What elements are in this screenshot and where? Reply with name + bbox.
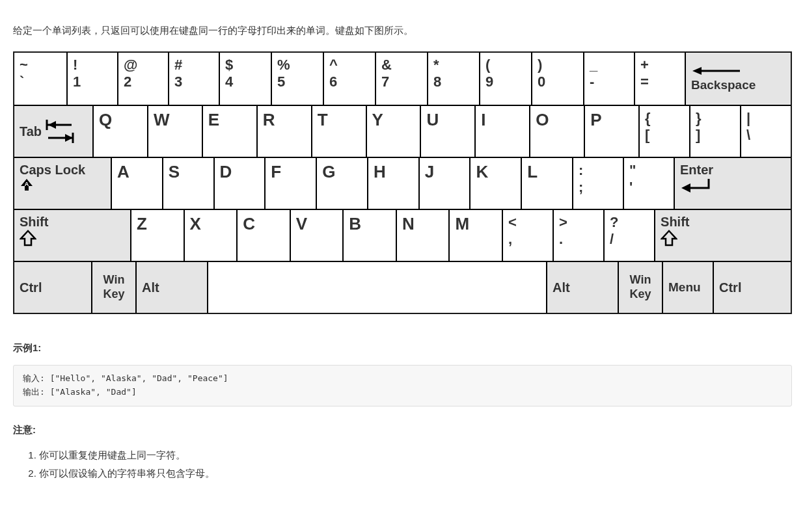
key-K: K bbox=[470, 157, 521, 209]
key--: _- bbox=[584, 52, 634, 105]
key-8: *8 bbox=[428, 52, 480, 105]
svg-text:A: A bbox=[25, 181, 29, 187]
svg-marker-11 bbox=[21, 231, 35, 245]
key-7: &7 bbox=[375, 52, 428, 105]
key-punct: >. bbox=[553, 209, 604, 261]
svg-marker-10 bbox=[681, 183, 690, 193]
key-=: += bbox=[634, 52, 685, 105]
key-bracket: }] bbox=[690, 105, 741, 157]
key-H: H bbox=[368, 157, 419, 209]
keyboard-row-1: ~`!1@2#3$4%5^6&7*8(9)0_-+=Backspace bbox=[14, 52, 791, 105]
key-bracket: |\ bbox=[741, 105, 791, 157]
key-B: B bbox=[343, 209, 396, 261]
key-V: V bbox=[290, 209, 344, 261]
menu-key: Menu bbox=[662, 261, 713, 313]
enter-key: Enter bbox=[674, 157, 791, 209]
key-punct: <, bbox=[502, 209, 553, 261]
tab-key: Tab bbox=[14, 105, 93, 157]
key-S: S bbox=[163, 157, 214, 209]
keyboard-row-4: ShiftZXCVBNM<,>.?/Shift bbox=[14, 209, 791, 261]
shift-right-key: Shift bbox=[655, 209, 791, 261]
key-J: J bbox=[419, 157, 471, 209]
key-5: %5 bbox=[271, 52, 323, 105]
caps-lock-key: Caps LockA bbox=[14, 157, 111, 209]
example-heading: 示例1: bbox=[13, 340, 792, 356]
key-6: ^6 bbox=[323, 52, 375, 105]
key-C: C bbox=[237, 209, 290, 261]
key-W: W bbox=[148, 105, 202, 157]
example-output-label: 输出: bbox=[23, 387, 50, 397]
key-Q: Q bbox=[93, 105, 148, 157]
key-T: T bbox=[312, 105, 366, 157]
key-P: P bbox=[584, 105, 639, 157]
svg-marker-1 bbox=[692, 67, 702, 75]
ctrl-right-key: Ctrl bbox=[713, 261, 791, 313]
key-O: O bbox=[530, 105, 584, 157]
key-G: G bbox=[316, 157, 368, 209]
svg-marker-12 bbox=[662, 231, 676, 245]
key-R: R bbox=[257, 105, 312, 157]
key-Z: Z bbox=[131, 209, 184, 261]
keyboard-image: ~`!1@2#3$4%5^6&7*8(9)0_-+=Backspace TabQ… bbox=[13, 51, 792, 314]
key-0: )0 bbox=[532, 52, 584, 105]
win-key-right: WinKey bbox=[618, 261, 662, 313]
note-item: 你可以重复使用键盘上同一字符。 bbox=[39, 447, 792, 463]
intro-text: 给定一个单词列表，只返回可以使用在键盘同一行的字母打印出来的单词。键盘如下图所示… bbox=[13, 23, 792, 38]
keyboard-row-5: CtrlWinKeyAlt AltWinKeyMenuCtrl bbox=[14, 261, 791, 313]
svg-marker-4 bbox=[48, 121, 56, 129]
key-punct: "' bbox=[623, 157, 674, 209]
key-I: I bbox=[475, 105, 530, 157]
win-key-left: WinKey bbox=[92, 261, 136, 313]
key-L: L bbox=[521, 157, 573, 209]
key-2: @2 bbox=[118, 52, 169, 105]
key-bracket: {[ bbox=[639, 105, 690, 157]
key-punct: ?/ bbox=[604, 209, 655, 261]
key-`: ~` bbox=[14, 52, 67, 105]
alt-right-key: Alt bbox=[547, 261, 618, 313]
key-N: N bbox=[396, 209, 450, 261]
key-E: E bbox=[202, 105, 257, 157]
key-D: D bbox=[214, 157, 266, 209]
space-key bbox=[208, 261, 547, 313]
key-M: M bbox=[449, 209, 502, 261]
keyboard-row-2: TabQWERTYUIOP{[}]|\ bbox=[14, 105, 791, 157]
key-A: A bbox=[111, 157, 163, 209]
notes-list: 你可以重复使用键盘上同一字符。 你可以假设输入的字符串将只包含字母。 bbox=[13, 447, 792, 481]
key-3: #3 bbox=[169, 52, 219, 105]
svg-marker-7 bbox=[65, 134, 73, 142]
example-input-value: ["Hello", "Alaska", "Dad", "Peace"] bbox=[50, 373, 228, 383]
note-item: 你可以假设输入的字符串将只包含字母。 bbox=[39, 466, 792, 481]
notes-heading: 注意: bbox=[13, 422, 792, 438]
example-output-value: ["Alaska", "Dad"] bbox=[50, 387, 137, 397]
key-X: X bbox=[184, 209, 238, 261]
example-input-label: 输入: bbox=[23, 373, 50, 383]
alt-left-key: Alt bbox=[136, 261, 208, 313]
key-U: U bbox=[420, 105, 475, 157]
key-4: $4 bbox=[219, 52, 271, 105]
shift-left-key: Shift bbox=[14, 209, 131, 261]
key-F: F bbox=[265, 157, 316, 209]
key-9: (9 bbox=[480, 52, 532, 105]
key-punct: :; bbox=[573, 157, 623, 209]
ctrl-left-key: Ctrl bbox=[14, 261, 92, 313]
key-1: !1 bbox=[67, 52, 118, 105]
backspace-key: Backspace bbox=[685, 52, 791, 105]
keyboard-row-3: Caps LockAASDFGHJKL:;"'Enter bbox=[14, 157, 791, 209]
example-block: 输入: ["Hello", "Alaska", "Dad", "Peace"] … bbox=[13, 365, 792, 406]
key-Y: Y bbox=[366, 105, 421, 157]
